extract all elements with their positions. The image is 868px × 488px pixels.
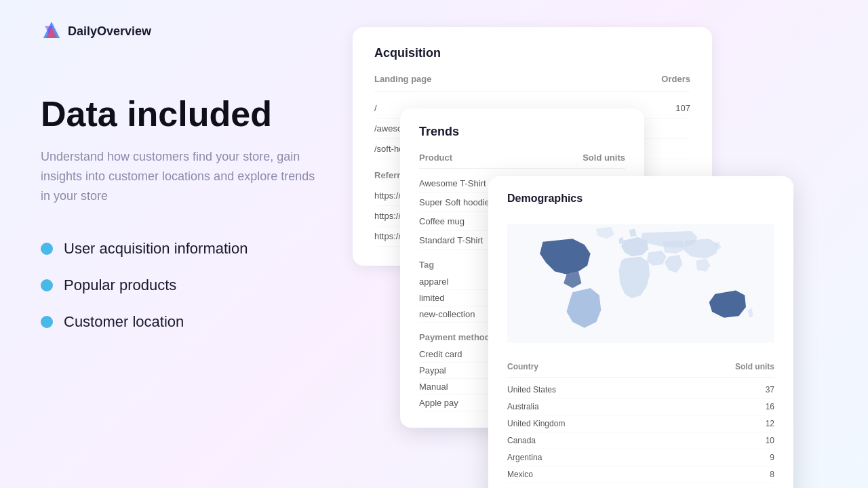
feature-item-1: User acquisition information <box>41 240 366 258</box>
country-units-3: 12 <box>766 419 774 428</box>
card-demographics: Demographics <box>488 176 793 488</box>
demo-row-7: Germany6 <box>507 483 774 488</box>
world-map-container <box>507 216 774 351</box>
feature-label-3: Customer location <box>64 313 184 331</box>
feature-dot-3 <box>41 316 53 328</box>
logo-text: DailyOverview <box>68 24 151 39</box>
landing-page-orders-1: 107 <box>675 103 690 113</box>
demo-row-2: Australia16 <box>507 399 774 415</box>
feature-dot-1 <box>41 243 53 255</box>
country-name-2: Australia <box>507 402 539 411</box>
world-map-svg <box>507 216 774 351</box>
country-units-1: 37 <box>766 385 774 394</box>
product-label: Product <box>419 152 452 163</box>
demo-row-6: Mexico8 <box>507 466 774 483</box>
demo-row-3: United Kingdom12 <box>507 415 774 432</box>
feature-list: User acquisition information Popular pro… <box>41 240 366 331</box>
product-name-3: Coffee mug <box>419 216 465 226</box>
country-name-5: Argentina <box>507 453 542 462</box>
demo-row-4: Canada10 <box>507 432 774 449</box>
trends-table-header: Product Sold units <box>419 152 625 169</box>
country-units-6: 8 <box>770 470 774 479</box>
trends-title: Trends <box>419 125 625 139</box>
product-name-2: Super Soft hoodie <box>419 197 490 207</box>
feature-item-2: Popular products <box>41 277 366 294</box>
feature-dot-2 <box>41 279 53 291</box>
logo-icon <box>41 20 62 42</box>
main-heading: Data included <box>41 95 366 134</box>
country-label: Country <box>507 362 538 371</box>
orders-label: Orders <box>661 74 690 84</box>
demo-sold-units-label: Sold units <box>735 362 774 371</box>
demo-row-1: United States37 <box>507 382 774 399</box>
acquisition-table-header: Landing page Orders <box>374 74 690 92</box>
demographics-title: Demographics <box>507 192 774 205</box>
country-units-4: 10 <box>766 436 774 445</box>
sub-text: Understand how customers find your store… <box>41 147 326 205</box>
country-name-6: Mexico <box>507 470 533 479</box>
acquisition-title: Acquisition <box>374 46 690 60</box>
feature-item-3: Customer location <box>41 313 366 331</box>
demo-table-header: Country Sold units <box>507 362 774 378</box>
country-units-2: 16 <box>766 402 774 411</box>
logo-area: DailyOverview <box>41 20 151 42</box>
left-content: Data included Understand how customers f… <box>41 95 366 331</box>
landing-page-label: Landing page <box>374 74 432 84</box>
demo-row-5: Argentina9 <box>507 449 774 466</box>
feature-label-2: Popular products <box>64 277 176 294</box>
product-name-1: Awesome T-Shirt <box>419 178 486 188</box>
demographics-rows: United States37Australia16United Kingdom… <box>507 382 774 488</box>
feature-label-1: User acquisition information <box>64 240 248 258</box>
country-name-3: United Kingdom <box>507 419 565 428</box>
country-name-4: Canada <box>507 436 536 445</box>
cards-area: Acquisition Landing page Orders / 107 /a… <box>339 20 868 488</box>
sold-units-label: Sold units <box>583 152 625 163</box>
landing-page-path-1: / <box>374 103 377 113</box>
country-units-5: 9 <box>770 453 774 462</box>
product-name-4: Standard T-Shirt <box>419 235 483 245</box>
country-name-1: United States <box>507 385 556 394</box>
